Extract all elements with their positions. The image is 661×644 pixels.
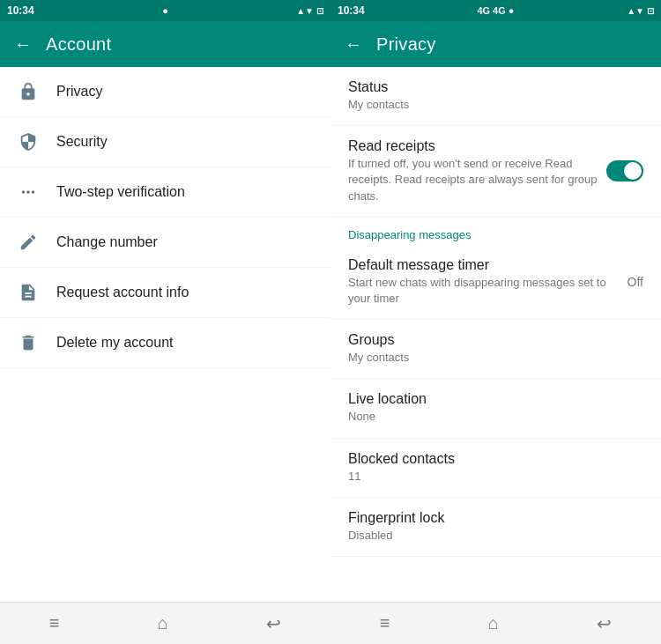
status-icons-privacy: ▲▼ ⊡: [627, 6, 654, 16]
back-button-privacy[interactable]: ←: [345, 34, 362, 55]
live-location-info: Live location None: [348, 391, 643, 425]
status-bar-account: 10:34 ● ▲▼ ⊡: [0, 0, 330, 21]
privacy-item-live-location[interactable]: Live location None: [330, 379, 661, 438]
fingerprint-lock-title: Fingerprint lock: [348, 510, 643, 526]
wifi-icon-privacy: ▲▼: [627, 6, 644, 16]
status-bar-privacy: 10:34 4G 4G ● ▲▼ ⊡: [330, 0, 661, 21]
nav-menu-icon-privacy[interactable]: ≡: [380, 613, 390, 633]
privacy-item-message-timer[interactable]: Default message timer Start new chats wi…: [330, 245, 661, 320]
menu-item-change-number[interactable]: Change number: [0, 218, 330, 268]
security-label: Security: [56, 134, 108, 150]
account-content: Privacy Security Two-step verification: [0, 67, 330, 602]
account-header: ← Account: [0, 21, 330, 67]
disappearing-section-label: Disappearing messages: [330, 218, 661, 245]
request-info-label: Request account info: [56, 285, 189, 300]
status-subtitle: My contacts: [348, 97, 643, 113]
privacy-item-blocked-contacts[interactable]: Blocked contacts 11: [330, 439, 661, 498]
bottom-nav-privacy: ≡ ⌂ ↩: [330, 602, 661, 644]
two-step-label: Two-step verification: [56, 184, 185, 200]
message-timer-title: Default message timer: [348, 257, 620, 273]
blocked-contacts-count: 11: [348, 469, 643, 485]
privacy-label: Privacy: [56, 84, 102, 100]
privacy-item-status[interactable]: Status My contacts: [330, 67, 661, 126]
groups-subtitle: My contacts: [348, 350, 643, 366]
trash-icon: [18, 332, 39, 353]
battery-icon-privacy: ⊡: [647, 6, 654, 16]
live-location-subtitle: None: [348, 409, 643, 425]
phone-edit-icon: [18, 232, 39, 253]
read-receipts-subtitle: If turned off, you won't send or receive…: [348, 156, 598, 204]
fingerprint-lock-status: Disabled: [348, 528, 643, 544]
read-receipts-toggle[interactable]: [606, 160, 643, 181]
time-account: 10:34: [7, 4, 34, 17]
privacy-item-read-receipts[interactable]: Read receipts If turned off, you won't s…: [330, 126, 661, 218]
groups-info: Groups My contacts: [348, 332, 643, 366]
menu-item-two-step[interactable]: Two-step verification: [0, 167, 330, 218]
account-title: Account: [46, 34, 111, 55]
live-location-title: Live location: [348, 391, 643, 407]
time-privacy: 10:34: [338, 4, 365, 17]
back-button-account[interactable]: ←: [14, 34, 32, 55]
menu-item-delete-account[interactable]: Delete my account: [0, 318, 330, 368]
groups-title: Groups: [348, 332, 643, 348]
account-panel: 10:34 ● ▲▼ ⊡ ← Account Privacy: [0, 0, 330, 644]
menu-item-request-info[interactable]: Request account info: [0, 268, 330, 318]
privacy-content: Status My contacts Read receipts If turn…: [330, 67, 661, 602]
fingerprint-lock-info: Fingerprint lock Disabled: [348, 510, 643, 544]
lock-icon: [18, 81, 39, 102]
privacy-item-groups[interactable]: Groups My contacts: [330, 320, 661, 379]
file-icon: [18, 282, 39, 303]
privacy-title: Privacy: [376, 34, 436, 55]
blocked-contacts-title: Blocked contacts: [348, 451, 643, 467]
message-timer-info: Default message timer Start new chats wi…: [348, 257, 620, 307]
read-receipts-info: Read receipts If turned off, you won't s…: [348, 138, 598, 204]
read-receipts-title: Read receipts: [348, 138, 598, 154]
status-signal-privacy: 4G 4G ●: [477, 5, 514, 16]
status-title: Status: [348, 79, 643, 95]
menu-item-privacy[interactable]: Privacy: [0, 67, 330, 117]
change-number-label: Change number: [56, 234, 158, 250]
privacy-item-fingerprint-lock[interactable]: Fingerprint lock Disabled: [330, 498, 661, 557]
menu-item-security[interactable]: Security: [0, 117, 330, 167]
battery-icon: ⊡: [316, 6, 323, 16]
blocked-contacts-info: Blocked contacts 11: [348, 451, 643, 485]
nav-menu-icon[interactable]: ≡: [49, 613, 60, 633]
privacy-panel: 10:34 4G 4G ● ▲▼ ⊡ ← Privacy Status My c…: [330, 0, 661, 644]
bottom-nav-account: ≡ ⌂ ↩: [0, 602, 330, 644]
status-icons-account: ▲▼ ⊡: [296, 6, 323, 16]
status-signal-account: ●: [162, 5, 168, 16]
message-timer-subtitle: Start new chats with disappearing messag…: [348, 275, 620, 307]
privacy-header: ← Privacy: [330, 21, 661, 67]
nav-home-icon[interactable]: ⌂: [158, 613, 168, 633]
nav-home-icon-privacy[interactable]: ⌂: [488, 613, 499, 633]
wifi-icon: ▲▼: [296, 6, 314, 16]
delete-account-label: Delete my account: [56, 335, 174, 351]
message-timer-value: Off: [628, 275, 643, 289]
nav-back-icon-privacy[interactable]: ↩: [597, 613, 612, 634]
shield-icon: [18, 131, 39, 152]
dots-icon: [18, 181, 39, 203]
status-info: Status My contacts: [348, 79, 643, 113]
nav-back-icon[interactable]: ↩: [266, 613, 281, 634]
